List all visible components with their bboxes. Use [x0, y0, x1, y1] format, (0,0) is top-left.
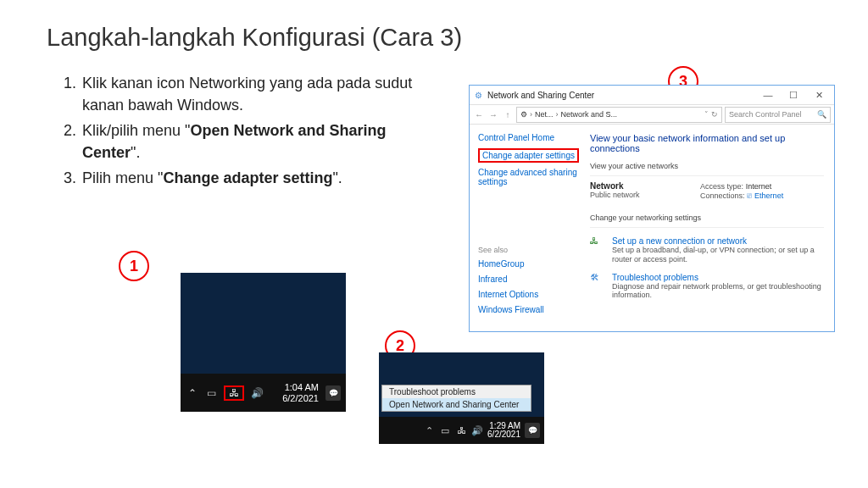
breadcrumb-part[interactable]: Net... [535, 110, 554, 119]
battery-icon[interactable]: ▭ [204, 387, 218, 399]
system-tray: ⌃ ▭ 🖧 🔊 1:04 AM 6/2/2021 💬 [181, 374, 346, 412]
volume-icon[interactable]: 🔊 [250, 387, 264, 399]
menu-item-troubleshoot[interactable]: Troubleshoot problems [382, 385, 531, 398]
search-icon: 🔍 [817, 110, 826, 119]
clock[interactable]: 1:29 AM 6/2/2021 [487, 422, 520, 440]
sidebar-link-firewall[interactable]: Windows Firewall [478, 305, 580, 314]
time-text: 1:04 AM [282, 382, 319, 392]
breadcrumb-part[interactable]: Network and S... [561, 110, 618, 119]
nav-forward-icon[interactable]: → [487, 110, 499, 119]
step-3: 3. Pilih menu "Change adapter setting". [64, 167, 437, 189]
troubleshoot-icon: 🛠 [590, 273, 605, 288]
active-networks-label: View your active networks [590, 162, 824, 170]
setup-connection-link[interactable]: Set up a new connection or network [612, 236, 824, 246]
chevron-right-icon: › [556, 110, 559, 119]
date-text: 6/2/2021 [487, 430, 520, 440]
app-icon: ⚙ [475, 91, 482, 100]
action-center-icon[interactable]: 💬 [326, 385, 341, 401]
refresh-icon[interactable]: ↻ [711, 110, 718, 119]
minimize-button[interactable]: — [758, 90, 778, 100]
step-number: 3. [64, 167, 82, 189]
main-header: View your basic network information and … [590, 133, 824, 153]
troubleshoot-link[interactable]: Troubleshoot problems [612, 273, 824, 282]
sidebar-link-internet-options[interactable]: Internet Options [478, 290, 580, 299]
see-also-label: See also [478, 246, 580, 254]
menu-item-open-network-sharing[interactable]: Open Network and Sharing Center [382, 398, 531, 411]
breadcrumb-icon: ⚙ [520, 110, 527, 119]
change-settings-label: Change your networking settings [590, 214, 824, 222]
access-type-value: Internet [746, 182, 772, 191]
step-1: 1. Klik kanan icon Networking yang ada p… [64, 72, 437, 116]
search-placeholder: Search Control Panel [729, 110, 802, 119]
action-center-icon[interactable]: 💬 [525, 423, 540, 438]
maximize-button[interactable]: ☐ [783, 90, 804, 101]
date-text: 6/2/2021 [282, 393, 319, 403]
chevron-right-icon: › [530, 110, 532, 119]
clock[interactable]: 1:04 AM 6/2/2021 [282, 382, 320, 402]
network-icon[interactable]: 🖧 [455, 425, 467, 435]
setup-connection-desc: Set up a broadband, dial-up, or VPN conn… [612, 246, 824, 264]
volume-icon[interactable]: 🔊 [471, 425, 483, 436]
close-button[interactable]: ✕ [809, 90, 829, 101]
main-panel: View your basic network information and … [580, 125, 834, 333]
system-tray-2: ⌃ ▭ 🖧 🔊 1:29 AM 6/2/2021 💬 [379, 417, 544, 444]
sidebar-link-advanced-sharing[interactable]: Change advanced sharing settings [478, 168, 580, 186]
nav-back-icon[interactable]: ← [473, 110, 485, 119]
page-title: Langkah-langkah Konfigurasi (Cara 3) [47, 24, 462, 52]
access-type-label: Access type: [700, 182, 743, 191]
connections-label: Connections: [700, 191, 745, 200]
dropdown-icon[interactable]: ˅ [704, 110, 709, 119]
tray-expand-icon[interactable]: ⌃ [423, 425, 435, 436]
step-number: 1. [64, 72, 82, 116]
step-2: 2. Klik/pilih menu "Open Network and Sha… [64, 119, 437, 164]
sidebar: Control Panel Home Change adapter settin… [470, 125, 580, 333]
network-type: Public network [590, 191, 700, 199]
network-icon[interactable]: 🖧 [224, 385, 244, 401]
context-menu: Troubleshoot problems Open Network and S… [381, 385, 531, 412]
sidebar-link-home[interactable]: Control Panel Home [478, 133, 580, 142]
troubleshoot-desc: Diagnose and repair network problems, or… [612, 282, 824, 301]
window-title: Network and Sharing Center [487, 91, 594, 100]
sidebar-link-homegroup[interactable]: HomeGroup [478, 259, 580, 269]
screenshot-network-sharing-window: ⚙ Network and Sharing Center — ☐ ✕ ← → ↑… [469, 85, 835, 332]
connection-wizard-icon: 🖧 [590, 236, 605, 252]
tray-expand-icon[interactable]: ⌃ [186, 387, 199, 399]
step-text: Klik kanan icon Networking yang ada pada… [82, 72, 437, 116]
screenshot-context-menu: Troubleshoot problems Open Network and S… [379, 352, 544, 444]
search-input[interactable]: Search Control Panel 🔍 [725, 107, 831, 123]
step-text: Pilih menu "Change adapter setting". [82, 167, 342, 189]
connection-link[interactable]: Ethernet [754, 191, 783, 200]
step-number: 2. [64, 119, 82, 164]
network-name: Network [590, 181, 700, 191]
ethernet-icon: ⎚ [747, 191, 752, 200]
step-text: Klik/pilih menu "Open Network and Sharin… [82, 119, 437, 164]
screenshot-taskbar: ⌃ ▭ 🖧 🔊 1:04 AM 6/2/2021 💬 [181, 273, 346, 412]
battery-icon[interactable]: ▭ [439, 425, 451, 436]
window-titlebar: ⚙ Network and Sharing Center — ☐ ✕ [470, 86, 834, 105]
nav-up-icon[interactable]: ↑ [502, 110, 514, 119]
breadcrumb[interactable]: ⚙ › Net... › Network and S... ˅ ↻ [516, 107, 722, 123]
steps-list: 1. Klik kanan icon Networking yang ada p… [64, 72, 437, 192]
sidebar-link-infrared[interactable]: Infrared [478, 274, 580, 284]
badge-1: 1 [119, 251, 149, 281]
sidebar-link-change-adapter[interactable]: Change adapter settings [478, 148, 579, 163]
address-bar-row: ← → ↑ ⚙ › Net... › Network and S... ˅ ↻ … [470, 105, 834, 125]
